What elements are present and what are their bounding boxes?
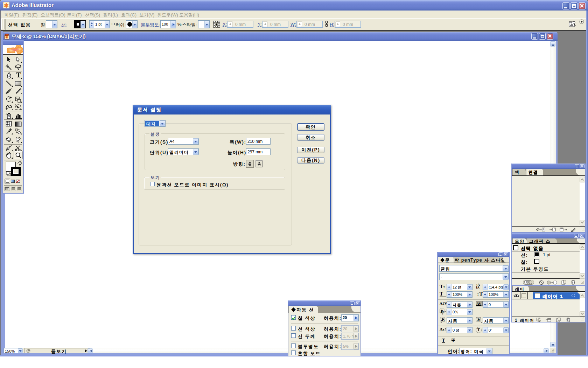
svg-text:T: T	[477, 328, 480, 332]
svg-text:あ: あ	[441, 309, 444, 313]
svg-text:あ: あ	[441, 318, 445, 321]
svg-text:あ: あ	[477, 318, 481, 321]
